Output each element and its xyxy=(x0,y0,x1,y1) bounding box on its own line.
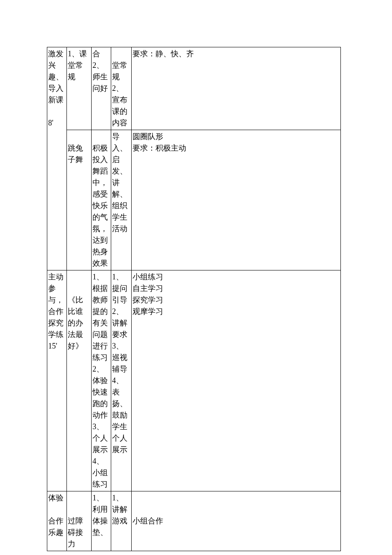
cell-phase: 主动参与，合作探究学练15' xyxy=(47,270,67,491)
cell-content: 跳兔子舞 xyxy=(67,130,92,270)
document-page: 激发兴趣、导入新课8' 1、课堂常规 合2、师生问好 堂常规2、宣布课的内容 要… xyxy=(0,0,392,555)
cell-student: 合2、师生问好 xyxy=(92,47,111,130)
cell-org: 小组合作 xyxy=(132,491,341,551)
cell-phase: 体验合作乐趣 xyxy=(47,491,67,551)
cell-teacher: 1、提问引导2、讲解要求3、巡视辅导4、表扬、鼓励学生个人展示 xyxy=(111,270,132,491)
cell-content: 《比比谁的办法最好》 xyxy=(67,270,92,491)
cell-phase: 激发兴趣、导入新课8' xyxy=(47,47,67,270)
cell-student: 积极投入舞蹈中，感受快乐的气氛，达到热身效果 xyxy=(92,130,111,270)
cell-org: 小组练习自主学习探究学习观摩学习 xyxy=(132,270,341,491)
lesson-plan-table: 激发兴趣、导入新课8' 1、课堂常规 合2、师生问好 堂常规2、宣布课的内容 要… xyxy=(47,47,341,551)
cell-teacher: 导入、启发、讲解、组织学生活动 xyxy=(111,130,132,270)
cell-student: 1、根据教师提的有关问题进行练习2、体验快速跑的动作3、个人展示4、小组练习 xyxy=(92,270,111,491)
cell-content: 1、课堂常规 xyxy=(67,47,92,130)
table-row: 跳兔子舞 积极投入舞蹈中，感受快乐的气氛，达到热身效果 导入、启发、讲解、组织学… xyxy=(47,130,341,270)
cell-org: 圆圈队形要求：积极主动 xyxy=(132,130,341,270)
cell-content: 过障碍接力 xyxy=(67,491,92,551)
table-row: 主动参与，合作探究学练15' 《比比谁的办法最好》 1、根据教师提的有关问题进行… xyxy=(47,270,341,491)
cell-org: 要求：静、快、齐 xyxy=(132,47,341,130)
table-row: 激发兴趣、导入新课8' 1、课堂常规 合2、师生问好 堂常规2、宣布课的内容 要… xyxy=(47,47,341,130)
table-row: 体验合作乐趣 过障碍接力 1、利用体操垫、 1、讲解游戏 小组合作 xyxy=(47,491,341,551)
cell-teacher: 堂常规2、宣布课的内容 xyxy=(111,47,132,130)
cell-student: 1、利用体操垫、 xyxy=(92,491,111,551)
cell-teacher: 1、讲解游戏 xyxy=(111,491,132,551)
